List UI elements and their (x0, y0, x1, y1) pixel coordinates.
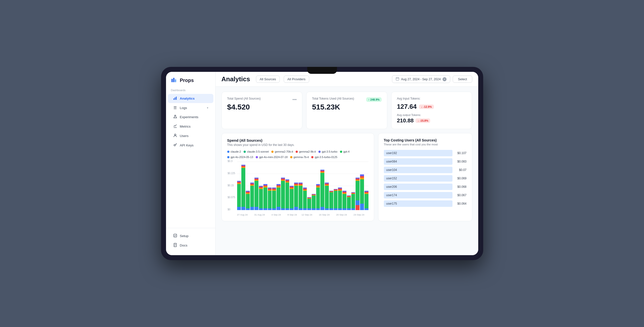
more-options-icon[interactable]: ••• (292, 97, 296, 102)
bar-segment-rest (294, 182, 298, 186)
legend-color-dot (311, 156, 314, 158)
legend-label: gemma2-70b-it (275, 150, 293, 153)
bar-group[interactable] (298, 162, 302, 210)
avg-input-label: Avg Input Tokens: (397, 97, 420, 100)
bar-group[interactable] (360, 162, 364, 210)
bar-group[interactable] (268, 162, 272, 210)
sidebar-users-label: Users (180, 134, 188, 138)
bar-segment-blue (246, 208, 250, 210)
bar-group[interactable] (312, 162, 316, 210)
x-axis-label (250, 213, 252, 216)
bar-group[interactable] (237, 162, 241, 210)
svg-rect-0 (172, 79, 173, 82)
bar-group[interactable] (338, 162, 342, 210)
x-axis-label: 31 Aug 24 (254, 213, 265, 216)
bar-segment-rest (264, 184, 267, 187)
bar-group[interactable] (307, 162, 311, 210)
bar-group[interactable] (250, 162, 254, 210)
sidebar-item-experiments[interactable]: Experiments (168, 112, 213, 122)
bar-group[interactable] (281, 162, 285, 210)
sidebar-item-setup[interactable]: Setup (168, 232, 213, 240)
bar-group[interactable] (325, 162, 329, 210)
bar-segment-blue (356, 200, 360, 205)
bar-group[interactable] (259, 162, 263, 210)
bar-group[interactable] (364, 162, 368, 210)
user-amount: $0.083 (456, 160, 466, 163)
bar-group[interactable] (342, 162, 346, 210)
all-providers-filter-btn[interactable]: All Providers (284, 76, 309, 83)
bar-group[interactable] (356, 162, 360, 210)
user-row: user104 $0.07 (384, 167, 466, 173)
bar-group[interactable] (246, 162, 250, 210)
bar-segment-rest (272, 188, 276, 191)
bar-segment-rest (356, 178, 360, 181)
user-row: user175 $0.064 (384, 200, 466, 207)
bar-segment-rest (303, 188, 307, 191)
sidebar-logs-label: Logs (180, 106, 187, 110)
bar-segment-green (338, 191, 342, 208)
bar-segment-blue (254, 207, 258, 210)
bar-group[interactable] (329, 162, 333, 210)
bar-segment-rest (364, 191, 368, 194)
sidebar-item-analytics[interactable]: Analytics (168, 94, 213, 103)
bar-chart: $0.3$0.225$0.15$0.075$0 27 Aug 2431 Aug … (227, 162, 368, 216)
bar-segment-rest (237, 181, 241, 184)
bar-segment-rest (259, 186, 263, 189)
sidebar-item-users[interactable]: Users (168, 131, 213, 140)
bar-segment-rest (338, 188, 342, 191)
bar-segment-rest (316, 184, 320, 187)
device-frame: Props Dashboards Analytics ☰ Logs ▾ (161, 67, 483, 260)
legend-color-dot (290, 156, 292, 158)
x-axis-label (300, 213, 301, 216)
bar-group[interactable] (320, 162, 324, 210)
bar-group[interactable] (351, 162, 355, 210)
bar-segment-blue (334, 208, 338, 210)
sidebar-item-docs[interactable]: Docs (168, 241, 213, 250)
legend-item: gemma2-9b-it (296, 150, 316, 153)
bar-group[interactable] (254, 162, 258, 210)
bar-segment-green (312, 196, 316, 208)
bar-group[interactable] (241, 162, 245, 210)
x-axis-label (332, 213, 334, 216)
bar-segment-blue (272, 208, 276, 210)
bar-segment-rest (360, 174, 364, 179)
bar-group[interactable] (303, 162, 307, 210)
bar-group[interactable] (286, 162, 290, 210)
all-sources-filter-btn[interactable]: All Sources (256, 76, 280, 83)
date-range-btn[interactable]: Aug 27, 2024 - Sep 27, 2024 ✕ (392, 75, 450, 83)
api-keys-icon (173, 143, 178, 148)
top-users-title: Top Costing Users (All Sources) (384, 138, 466, 142)
bar-group[interactable] (264, 162, 267, 210)
user-name: user104 (386, 168, 397, 172)
bar-group[interactable] (334, 162, 338, 210)
total-tokens-label: Total Tokens Used (All Sources) (312, 97, 354, 100)
chart-title: Spend (All Sources) (227, 138, 368, 142)
bar-segment-rest (241, 165, 245, 168)
sidebar-item-logs[interactable]: ☰ Logs ▾ (168, 103, 213, 112)
date-clear-icon[interactable]: ✕ (442, 77, 446, 81)
header: Analytics All Sources All Providers Aug … (216, 72, 478, 87)
metrics-icon (173, 124, 178, 129)
bar-segment-green (294, 186, 298, 207)
bar-group[interactable] (276, 162, 280, 210)
bar-group[interactable] (290, 162, 294, 210)
y-axis-label: $0.075 (228, 196, 236, 199)
bar-group[interactable] (272, 162, 276, 210)
arrow-down-icon-2: ↓ (418, 119, 419, 122)
bar-segment-green (364, 194, 368, 208)
bar-segment-green (356, 181, 360, 200)
tokens-badge-green: ↑ 248.9% (366, 97, 382, 102)
bar-group[interactable] (316, 162, 320, 210)
svg-rect-3 (174, 98, 174, 100)
bar-group[interactable] (347, 162, 351, 210)
user-name: user084 (386, 160, 397, 163)
sidebar-item-metrics[interactable]: Metrics (168, 122, 213, 131)
sidebar-item-api-keys[interactable]: API Keys (168, 141, 213, 150)
x-axis-label (297, 213, 299, 216)
bar-group[interactable] (294, 162, 298, 210)
select-btn[interactable]: Select (453, 76, 472, 83)
y-axis-label: $0.3 (228, 160, 232, 162)
bar-segment-blue (303, 208, 307, 210)
user-bar: user152 (384, 175, 452, 182)
x-axis-label (367, 213, 368, 216)
